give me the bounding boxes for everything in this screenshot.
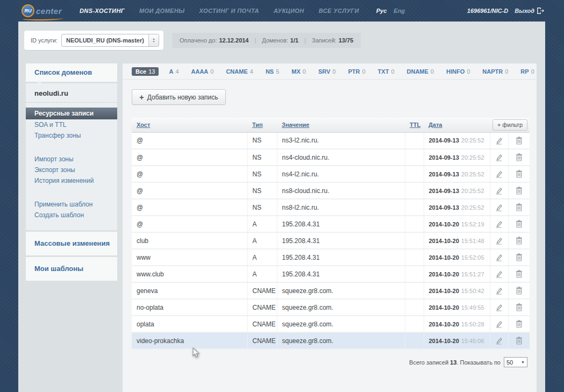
- edit-pencil-icon[interactable]: [495, 187, 503, 195]
- edit-pencil-icon[interactable]: [495, 287, 503, 295]
- cell-edit[interactable]: [490, 316, 508, 332]
- record-type-tab[interactable]: A 4: [167, 67, 181, 76]
- cell-delete[interactable]: [508, 149, 530, 166]
- cell-delete[interactable]: [508, 299, 530, 316]
- record-type-tab[interactable]: MX 0: [289, 67, 308, 76]
- record-type-tab[interactable]: PTR 0: [346, 67, 367, 76]
- cell-type: NS: [247, 149, 277, 166]
- column-header-host[interactable]: Хост: [132, 118, 247, 132]
- record-type-tab[interactable]: HINFO 0: [444, 67, 472, 76]
- column-header-type[interactable]: Тип: [247, 118, 277, 132]
- cell-edit[interactable]: [490, 132, 508, 149]
- rucenter-logo[interactable]: RU center: [22, 2, 68, 20]
- delete-trash-icon[interactable]: [516, 337, 523, 345]
- record-time: 15:51:48: [461, 238, 484, 244]
- edit-pencil-icon[interactable]: [495, 320, 503, 328]
- stat-label: Доменов:: [262, 37, 288, 44]
- cell-delete[interactable]: [508, 332, 530, 349]
- cell-edit[interactable]: [490, 282, 508, 299]
- delete-trash-icon[interactable]: [516, 320, 523, 328]
- delete-trash-icon[interactable]: [516, 303, 523, 311]
- sidebar-item-bulk-changes[interactable]: Массовые изменения: [26, 232, 117, 255]
- record-type-tab[interactable]: Все 13: [132, 67, 159, 76]
- cell-delete[interactable]: [508, 182, 530, 199]
- cell-edit[interactable]: [490, 249, 508, 266]
- cell-delete[interactable]: [508, 249, 530, 266]
- language-option[interactable]: Eng: [394, 8, 405, 14]
- top-nav-item[interactable]: DNS-ХОСТИНГ: [80, 8, 125, 14]
- cell-delete[interactable]: [508, 199, 530, 216]
- per-page-select[interactable]: 50 ▼: [504, 357, 527, 367]
- cell-edit[interactable]: [490, 166, 508, 182]
- cell-edit[interactable]: [490, 182, 508, 199]
- cell-edit[interactable]: [490, 299, 508, 316]
- cell-edit[interactable]: [490, 149, 508, 166]
- record-type-tab[interactable]: NS 5: [263, 67, 281, 76]
- add-record-button[interactable]: + Добавить новую запись: [132, 89, 226, 105]
- cell-edit[interactable]: [490, 332, 508, 349]
- cell-edit[interactable]: [490, 199, 508, 216]
- language-option[interactable]: Рус: [376, 8, 387, 14]
- sidebar-menu-item[interactable]: Трансфер зоны: [26, 130, 117, 141]
- edit-pencil-icon[interactable]: [495, 237, 503, 245]
- edit-pencil-icon[interactable]: [495, 304, 503, 311]
- cell-edit[interactable]: [490, 216, 508, 232]
- edit-pencil-icon[interactable]: [495, 204, 503, 211]
- cell-delete[interactable]: [508, 316, 530, 332]
- sidebar-menu-item[interactable]: Создать шаблон: [26, 210, 117, 220]
- cell-edit[interactable]: [490, 232, 508, 249]
- delete-trash-icon[interactable]: [516, 237, 523, 245]
- record-type-tab[interactable]: AAAA 0: [189, 67, 216, 76]
- column-header-ttl[interactable]: TTL: [405, 118, 424, 132]
- sidebar-menu-item[interactable]: Экспорт зоны: [26, 165, 117, 175]
- delete-trash-icon[interactable]: [516, 270, 523, 278]
- delete-trash-icon[interactable]: [516, 203, 523, 211]
- delete-trash-icon[interactable]: [516, 137, 523, 145]
- sidebar-menu-item[interactable]: SOA и TTL: [26, 119, 117, 130]
- edit-pencil-icon[interactable]: [495, 220, 503, 228]
- cell-delete[interactable]: [508, 266, 530, 282]
- sidebar-menu-item[interactable]: Ресурсные записи: [26, 108, 117, 119]
- cell-delete[interactable]: [508, 232, 530, 249]
- cell-delete[interactable]: [508, 166, 530, 182]
- sidebar-menu-item[interactable]: Применить шаблон: [26, 199, 117, 210]
- logout-button[interactable]: Выход: [515, 7, 545, 15]
- record-type-tab[interactable]: RP 0: [518, 67, 536, 76]
- cell-delete[interactable]: [508, 216, 530, 232]
- edit-pencil-icon[interactable]: [495, 254, 503, 261]
- add-filter-button[interactable]: + фильтр: [492, 119, 527, 131]
- top-nav-item[interactable]: ВСЕ УСЛУГИ: [319, 8, 359, 14]
- delete-trash-icon[interactable]: [516, 287, 523, 295]
- record-type-tab[interactable]: SRV 0: [316, 67, 338, 76]
- cell-delete[interactable]: [508, 132, 530, 149]
- service-id-select[interactable]: NEOLUDI_RU (DNS-master) ▲▼: [61, 34, 159, 47]
- delete-trash-icon[interactable]: [516, 253, 523, 261]
- cell-delete[interactable]: [508, 282, 530, 299]
- record-type-tab[interactable]: TXT 0: [376, 67, 397, 76]
- delete-trash-icon[interactable]: [516, 220, 523, 228]
- edit-pencil-icon[interactable]: [495, 337, 503, 345]
- top-nav-item[interactable]: ХОСТИНГ И ПОЧТА: [199, 8, 259, 14]
- top-nav-item[interactable]: МОИ ДОМЕНЫ: [139, 8, 185, 14]
- sidebar-item-my-templates[interactable]: Мои шаблоны: [26, 257, 117, 281]
- edit-pencil-icon[interactable]: [495, 270, 503, 278]
- sidebar-item-domain-list[interactable]: Список доменов: [26, 63, 117, 82]
- record-type-tab[interactable]: NAPTR 0: [480, 67, 510, 76]
- delete-trash-icon[interactable]: [516, 153, 523, 161]
- top-nav-item[interactable]: АУКЦИОН: [274, 8, 304, 14]
- edit-pencil-icon[interactable]: [495, 154, 503, 161]
- record-type-tab[interactable]: CNAME 4: [224, 67, 255, 76]
- delete-trash-icon[interactable]: [516, 187, 523, 195]
- edit-pencil-icon[interactable]: [495, 170, 503, 178]
- spinner-arrows-icon[interactable]: ▲▼: [148, 34, 159, 46]
- delete-trash-icon[interactable]: [516, 170, 523, 178]
- edit-pencil-icon[interactable]: [495, 137, 503, 145]
- cell-edit[interactable]: [490, 266, 508, 282]
- record-time: 15:50:28: [461, 321, 484, 327]
- record-type-tab[interactable]: DNAME 0: [405, 67, 436, 76]
- cell-host: oplata: [132, 316, 247, 332]
- column-header-value[interactable]: Значение: [277, 118, 405, 132]
- column-header-date[interactable]: Дата: [424, 118, 490, 132]
- sidebar-menu-item[interactable]: Импорт зоны: [26, 154, 117, 165]
- sidebar-menu-item[interactable]: История изменений: [26, 175, 117, 186]
